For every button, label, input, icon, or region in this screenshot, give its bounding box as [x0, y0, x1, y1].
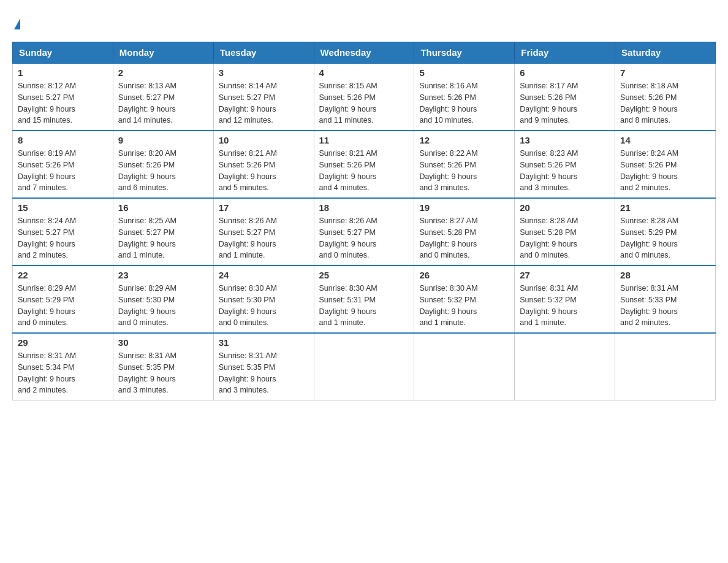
day-number: 18: [319, 202, 409, 213]
day-number: 28: [620, 270, 710, 280]
day-number: 1: [18, 67, 108, 78]
day-info: Sunrise: 8:23 AM Sunset: 5:26 PM Dayligh…: [520, 148, 610, 194]
logo: [12, 12, 20, 29]
calendar-cell: 22 Sunrise: 8:29 AM Sunset: 5:29 PM Dayl…: [13, 266, 113, 333]
calendar-header-row: SundayMondayTuesdayWednesdayThursdayFrid…: [13, 42, 716, 64]
daylight-minutes: and 15 minutes.: [18, 116, 72, 124]
day-number: 19: [419, 202, 509, 213]
logo-triangle-icon: [14, 18, 20, 29]
page-header: [12, 12, 716, 29]
day-info: Sunrise: 8:13 AM Sunset: 5:27 PM Dayligh…: [118, 80, 208, 126]
day-info: Sunrise: 8:31 AM Sunset: 5:32 PM Dayligh…: [520, 283, 610, 329]
calendar-cell: 3 Sunrise: 8:14 AM Sunset: 5:27 PM Dayli…: [213, 63, 314, 131]
day-info: Sunrise: 8:26 AM Sunset: 5:27 PM Dayligh…: [219, 215, 309, 261]
daylight-label: Daylight: 9 hours: [118, 307, 176, 316]
day-info: Sunrise: 8:30 AM Sunset: 5:30 PM Dayligh…: [219, 283, 309, 329]
day-number: 31: [219, 337, 309, 348]
daylight-minutes: and 3 minutes.: [419, 183, 469, 192]
sunset-label: Sunset: 5:33 PM: [620, 296, 677, 304]
day-number: 26: [419, 270, 509, 280]
daylight-label: Daylight: 9 hours: [520, 172, 577, 181]
day-info: Sunrise: 8:17 AM Sunset: 5:26 PM Dayligh…: [520, 80, 610, 126]
calendar-cell: 6 Sunrise: 8:17 AM Sunset: 5:26 PM Dayli…: [515, 63, 615, 131]
sunrise-label: Sunrise: 8:31 AM: [18, 351, 76, 360]
day-number: 3: [219, 67, 309, 78]
calendar-cell: [414, 333, 515, 400]
calendar-cell: 12 Sunrise: 8:22 AM Sunset: 5:26 PM Dayl…: [414, 131, 515, 198]
daylight-label: Daylight: 9 hours: [620, 105, 678, 113]
day-number: 2: [118, 67, 208, 78]
day-number: 13: [520, 135, 610, 145]
daylight-label: Daylight: 9 hours: [118, 105, 176, 113]
sunset-label: Sunset: 5:26 PM: [18, 161, 74, 169]
sunrise-label: Sunrise: 8:16 AM: [419, 82, 477, 90]
daylight-label: Daylight: 9 hours: [419, 105, 477, 113]
daylight-label: Daylight: 9 hours: [319, 105, 377, 113]
daylight-label: Daylight: 9 hours: [319, 307, 377, 316]
day-info: Sunrise: 8:15 AM Sunset: 5:26 PM Dayligh…: [319, 80, 409, 126]
sunset-label: Sunset: 5:35 PM: [118, 363, 175, 372]
daylight-minutes: and 2 minutes.: [18, 386, 68, 394]
day-number: 23: [118, 270, 208, 280]
sunrise-label: Sunrise: 8:20 AM: [118, 149, 176, 158]
sunset-label: Sunset: 5:35 PM: [219, 363, 275, 372]
daylight-label: Daylight: 9 hours: [620, 240, 678, 248]
sunrise-label: Sunrise: 8:29 AM: [18, 284, 76, 293]
sunset-label: Sunset: 5:27 PM: [319, 228, 376, 237]
header-day-tuesday: Tuesday: [213, 42, 314, 64]
sunrise-label: Sunrise: 8:31 AM: [520, 284, 578, 293]
daylight-label: Daylight: 9 hours: [620, 307, 678, 316]
day-number: 20: [520, 202, 610, 213]
header-day-wednesday: Wednesday: [314, 42, 414, 64]
daylight-minutes: and 0 minutes.: [419, 251, 469, 259]
sunrise-label: Sunrise: 8:28 AM: [620, 216, 678, 225]
sunrise-label: Sunrise: 8:22 AM: [419, 149, 477, 158]
calendar-cell: 21 Sunrise: 8:28 AM Sunset: 5:29 PM Dayl…: [615, 198, 716, 266]
calendar-cell: 30 Sunrise: 8:31 AM Sunset: 5:35 PM Dayl…: [113, 333, 213, 400]
sunrise-label: Sunrise: 8:29 AM: [118, 284, 176, 293]
header-day-sunday: Sunday: [13, 42, 113, 64]
daylight-minutes: and 1 minute.: [419, 318, 466, 327]
day-number: 16: [118, 202, 208, 213]
daylight-minutes: and 8 minutes.: [620, 116, 670, 124]
sunset-label: Sunset: 5:32 PM: [419, 296, 476, 304]
daylight-label: Daylight: 9 hours: [18, 240, 75, 248]
day-info: Sunrise: 8:20 AM Sunset: 5:26 PM Dayligh…: [118, 148, 208, 194]
header-day-friday: Friday: [515, 42, 615, 64]
calendar-cell: [615, 333, 716, 400]
day-number: 17: [219, 202, 309, 213]
calendar-cell: 24 Sunrise: 8:30 AM Sunset: 5:30 PM Dayl…: [213, 266, 314, 333]
sunrise-label: Sunrise: 8:30 AM: [319, 284, 377, 293]
sunset-label: Sunset: 5:27 PM: [118, 93, 175, 102]
day-info: Sunrise: 8:21 AM Sunset: 5:26 PM Dayligh…: [219, 148, 309, 194]
daylight-label: Daylight: 9 hours: [419, 172, 477, 181]
sunset-label: Sunset: 5:30 PM: [219, 296, 275, 304]
day-info: Sunrise: 8:26 AM Sunset: 5:27 PM Dayligh…: [319, 215, 409, 261]
calendar-week-row: 29 Sunrise: 8:31 AM Sunset: 5:34 PM Dayl…: [13, 333, 716, 400]
sunset-label: Sunset: 5:26 PM: [520, 161, 576, 169]
day-number: 30: [118, 337, 208, 348]
day-number: 7: [620, 67, 710, 78]
sunrise-label: Sunrise: 8:31 AM: [219, 351, 277, 360]
day-number: 14: [620, 135, 710, 145]
logo-text: [12, 12, 20, 29]
sunrise-label: Sunrise: 8:24 AM: [620, 149, 678, 158]
sunset-label: Sunset: 5:27 PM: [18, 93, 74, 102]
daylight-label: Daylight: 9 hours: [319, 172, 377, 181]
sunset-label: Sunset: 5:27 PM: [18, 228, 74, 237]
day-number: 9: [118, 135, 208, 145]
calendar-cell: 23 Sunrise: 8:29 AM Sunset: 5:30 PM Dayl…: [113, 266, 213, 333]
day-info: Sunrise: 8:14 AM Sunset: 5:27 PM Dayligh…: [219, 80, 309, 126]
sunrise-label: Sunrise: 8:31 AM: [118, 351, 176, 360]
sunset-label: Sunset: 5:26 PM: [419, 93, 476, 102]
calendar-cell: 25 Sunrise: 8:30 AM Sunset: 5:31 PM Dayl…: [314, 266, 414, 333]
daylight-minutes: and 12 minutes.: [219, 116, 273, 124]
day-number: 12: [419, 135, 509, 145]
calendar-cell: 8 Sunrise: 8:19 AM Sunset: 5:26 PM Dayli…: [13, 131, 113, 198]
calendar-cell: 4 Sunrise: 8:15 AM Sunset: 5:26 PM Dayli…: [314, 63, 414, 131]
header-day-saturday: Saturday: [615, 42, 716, 64]
calendar-week-row: 8 Sunrise: 8:19 AM Sunset: 5:26 PM Dayli…: [13, 131, 716, 198]
calendar-cell: 11 Sunrise: 8:21 AM Sunset: 5:26 PM Dayl…: [314, 131, 414, 198]
daylight-minutes: and 2 minutes.: [620, 183, 670, 192]
day-number: 10: [219, 135, 309, 145]
